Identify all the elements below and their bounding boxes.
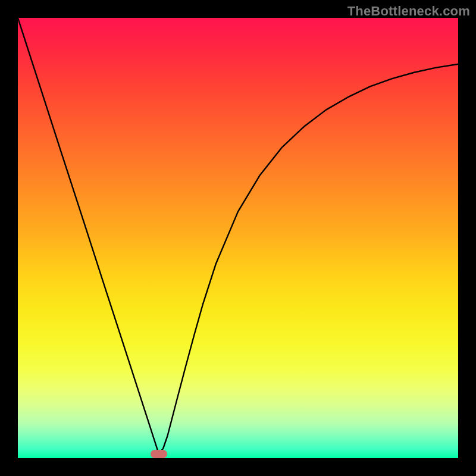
watermark-text: TheBottleneck.com (347, 4, 470, 19)
chart-frame: TheBottleneck.com (0, 0, 476, 476)
plot-area (18, 18, 458, 458)
